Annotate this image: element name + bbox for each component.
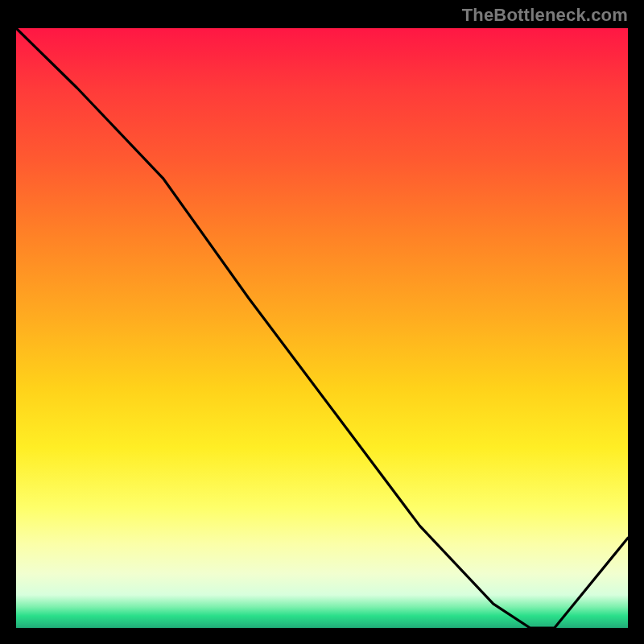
line-curve [16,28,628,628]
chart-frame: TheBottleneck.com [0,0,644,644]
plot-area [16,28,628,628]
series-curve-path [16,28,628,628]
watermark-text: TheBottleneck.com [462,5,628,26]
